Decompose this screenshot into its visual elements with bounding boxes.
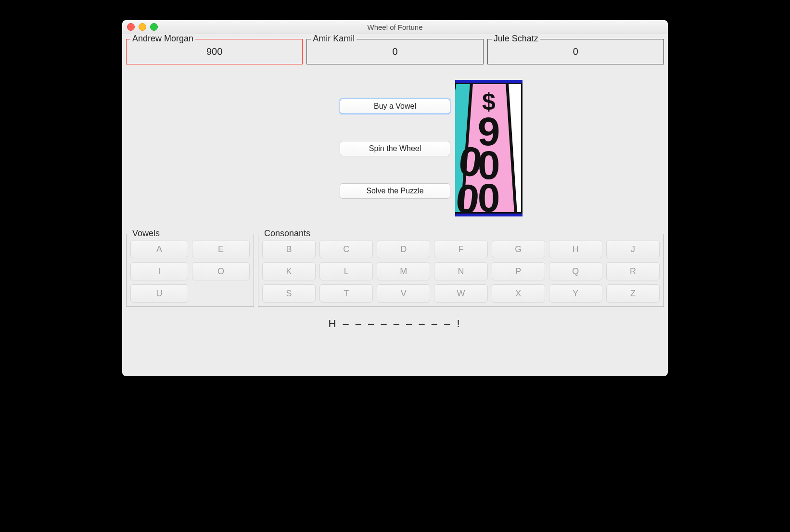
- window-title: Wheel of Fortune: [122, 23, 668, 31]
- action-buttons: Buy a Vowel Spin the Wheel Solve the Puz…: [268, 80, 450, 215]
- actions-and-wheel: Buy a Vowel Spin the Wheel Solve the Puz…: [126, 80, 664, 215]
- player-name: Jule Schatz: [492, 34, 540, 44]
- letters-row: Vowels A E I O U Consonants B C D F G H: [126, 234, 664, 307]
- key-k[interactable]: K: [262, 262, 316, 280]
- key-i[interactable]: I: [130, 262, 188, 280]
- consonants-label: Consonants: [262, 228, 312, 239]
- player-name: Andrew Morgan: [130, 34, 195, 44]
- key-w[interactable]: W: [434, 284, 487, 303]
- key-e[interactable]: E: [192, 240, 250, 258]
- player-score: 0: [392, 46, 397, 57]
- buy-vowel-button[interactable]: Buy a Vowel: [340, 99, 450, 114]
- key-a[interactable]: A: [130, 240, 188, 258]
- puzzle-text: H – – – – – – – – – !: [126, 317, 664, 330]
- key-y[interactable]: Y: [549, 284, 602, 303]
- svg-text:0: 0: [478, 175, 500, 214]
- content-area: Andrew Morgan 900 Amir Kamil 0 Jule Scha…: [122, 34, 668, 376]
- key-m[interactable]: M: [377, 262, 430, 280]
- key-u[interactable]: U: [130, 284, 188, 303]
- player-score: 900: [206, 46, 222, 57]
- app-window: Wheel of Fortune Andrew Morgan 900 Amir …: [122, 20, 668, 376]
- key-x[interactable]: X: [492, 284, 545, 303]
- key-c[interactable]: C: [319, 240, 373, 258]
- key-f[interactable]: F: [434, 240, 487, 258]
- key-g[interactable]: G: [492, 240, 545, 258]
- vowels-group: Vowels A E I O U: [126, 234, 254, 307]
- player-score: 0: [573, 46, 578, 57]
- titlebar: Wheel of Fortune: [122, 20, 668, 34]
- key-d[interactable]: D: [377, 240, 430, 258]
- vowel-keys: A E I O U: [130, 240, 250, 303]
- key-l[interactable]: L: [319, 262, 373, 280]
- player-card-2: Amir Kamil 0: [306, 39, 483, 64]
- key-q[interactable]: Q: [549, 262, 602, 280]
- consonant-keys: B C D F G H J K L M N P Q R S T V: [262, 240, 660, 303]
- spin-wheel-button[interactable]: Spin the Wheel: [340, 141, 450, 156]
- solve-button[interactable]: Solve the Puzzle: [340, 183, 450, 199]
- consonants-group: Consonants B C D F G H J K L M N P Q R S: [258, 234, 664, 307]
- player-card-1: Andrew Morgan 900: [126, 39, 303, 64]
- key-z[interactable]: Z: [606, 284, 660, 303]
- key-b[interactable]: B: [262, 240, 316, 258]
- vowels-label: Vowels: [130, 228, 162, 239]
- key-p[interactable]: P: [492, 262, 545, 280]
- key-t[interactable]: T: [319, 284, 373, 303]
- key-j[interactable]: J: [606, 240, 660, 258]
- key-s[interactable]: S: [262, 284, 316, 303]
- key-n[interactable]: N: [434, 262, 487, 280]
- player-name: Amir Kamil: [311, 34, 357, 44]
- key-h[interactable]: H: [549, 240, 602, 258]
- wheel-image: 0 0 $ 9 0 0: [455, 80, 522, 216]
- key-v[interactable]: V: [377, 284, 430, 303]
- player-card-3: Jule Schatz 0: [487, 39, 664, 64]
- key-r[interactable]: R: [606, 262, 660, 280]
- key-o[interactable]: O: [192, 262, 250, 280]
- players-row: Andrew Morgan 900 Amir Kamil 0 Jule Scha…: [126, 39, 664, 64]
